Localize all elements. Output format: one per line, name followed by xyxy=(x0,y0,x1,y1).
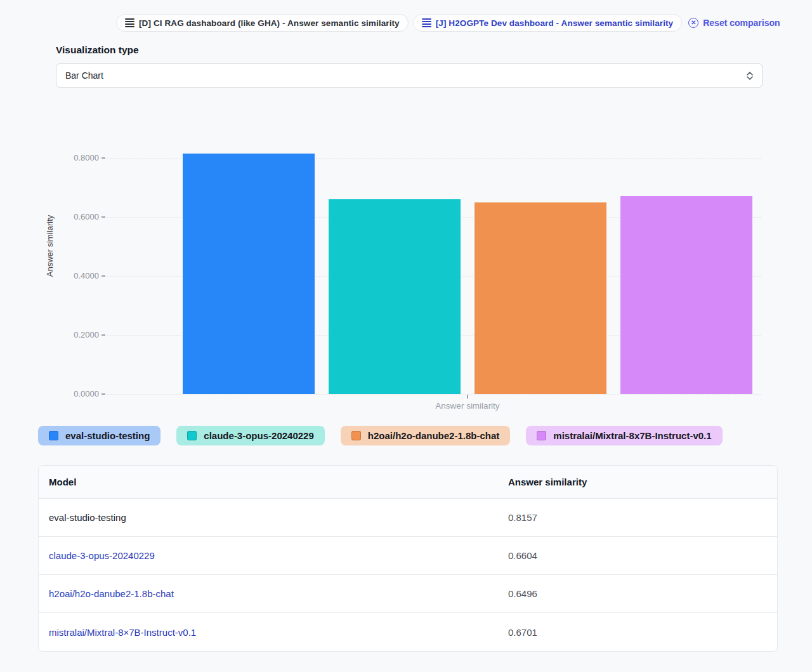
bar-eval-studio-testing[interactable] xyxy=(183,154,315,394)
results-table: Model Answer similarity eval-studio-test… xyxy=(38,465,778,652)
table-row: mistralai/Mixtral-8×7B-Instruct-v0.10.67… xyxy=(39,613,777,651)
comparison-chips-row: [D] CI RAG dashaboard (like GHA) - Answe… xyxy=(116,14,780,32)
dashboard-rows-icon xyxy=(125,18,134,27)
bar-mistralai/Mixtral-8x7B-Instruct-v0.1[interactable] xyxy=(620,196,752,394)
y-tick-mark xyxy=(102,216,105,218)
y-tick-mark xyxy=(102,157,105,159)
gridline xyxy=(103,394,761,395)
page: [D] CI RAG dashaboard (like GHA) - Answe… xyxy=(0,0,812,672)
reset-comparison-label: Reset comparison xyxy=(703,18,780,28)
x-axis-tick xyxy=(467,395,468,399)
dashboard-rows-icon xyxy=(422,18,431,27)
x-axis-title: Answer similarity xyxy=(341,401,594,411)
y-tick-mark xyxy=(102,393,105,395)
model-link[interactable]: claude-3-opus-20240229 xyxy=(39,550,498,561)
table-row: h2oai/h2o-danube2-1.8b-chat0.6496 xyxy=(39,575,777,613)
visualization-type-label: Visualization type xyxy=(56,44,139,56)
legend-swatch xyxy=(49,431,58,440)
visualization-type-value: Bar Chart xyxy=(65,70,103,81)
chart-legend: eval-studio-testingclaude-3-opus-2024022… xyxy=(38,426,723,445)
model-name: eval-studio-testing xyxy=(39,512,498,523)
column-header-model: Model xyxy=(39,477,498,487)
bar-h2oai/h2o-danube2-1.8b-chat[interactable] xyxy=(475,202,606,394)
column-header-answer-similarity: Answer similarity xyxy=(498,477,777,487)
answer-similarity-value: 0.8157 xyxy=(498,512,777,523)
y-tick-label: 0.0000 xyxy=(51,389,99,399)
model-link[interactable]: h2oai/h2o-danube2-1.8b-chat xyxy=(39,588,498,599)
y-tick-label: 0.2000 xyxy=(51,330,99,339)
answer-similarity-value: 0.6701 xyxy=(498,627,777,638)
answer-similarity-value: 0.6604 xyxy=(498,550,777,561)
answer-similarity-value: 0.6496 xyxy=(498,588,777,599)
dashboard-chip-ci-rag[interactable]: [D] CI RAG dashaboard (like GHA) - Answe… xyxy=(116,14,409,32)
table-row: claude-3-opus-202402290.6604 xyxy=(39,537,777,575)
legend-label: eval-studio-testing xyxy=(65,430,150,441)
y-tick-label: 0.4000 xyxy=(51,271,99,280)
legend-swatch xyxy=(537,431,546,440)
legend-swatch xyxy=(187,431,197,440)
legend-item-h2oai/h2o-danube2-1.8b-chat[interactable]: h2oai/h2o-danube2-1.8b-chat xyxy=(341,426,511,445)
dashboard-chip-h2ogpte-dev[interactable]: [J] H2OGPTe Dev dashboard - Answer seman… xyxy=(413,14,683,32)
dashboard-chip-label: [J] H2OGPTe Dev dashboard - Answer seman… xyxy=(436,18,674,28)
y-tick-label: 0.8000 xyxy=(51,153,99,162)
reset-comparison-button[interactable]: ✕ Reset comparison xyxy=(688,18,780,28)
bar-claude-3-opus-20240229[interactable] xyxy=(329,199,461,394)
legend-label: h2oai/h2o-danube2-1.8b-chat xyxy=(368,430,500,441)
dashboard-chip-label: [D] CI RAG dashaboard (like GHA) - Answe… xyxy=(139,18,400,28)
circle-x-icon: ✕ xyxy=(688,18,698,28)
table-header-row: Model Answer similarity xyxy=(39,466,777,499)
table-body: eval-studio-testing0.8157claude-3-opus-2… xyxy=(39,499,777,651)
visualization-type-select[interactable]: Bar Chart xyxy=(56,63,763,88)
legend-item-eval-studio-testing[interactable]: eval-studio-testing xyxy=(38,426,160,445)
select-updown-chevron-icon xyxy=(747,72,753,80)
y-tick-mark xyxy=(102,275,105,277)
legend-item-claude-3-opus-20240229[interactable]: claude-3-opus-20240229 xyxy=(176,426,324,445)
table-row: eval-studio-testing0.8157 xyxy=(39,499,777,537)
legend-label: claude-3-opus-20240229 xyxy=(204,430,313,441)
bar-chart: Answer similarity Answer similarity 0.00… xyxy=(0,127,812,419)
legend-item-mistralai/Mixtral-8x7B-Instruct-v0.1[interactable]: mistralai/Mixtral-8x7B-Instruct-v0.1 xyxy=(526,426,722,445)
y-tick-label: 0.6000 xyxy=(51,212,99,221)
y-tick-mark xyxy=(102,334,105,336)
legend-swatch xyxy=(351,431,361,440)
legend-label: mistralai/Mixtral-8x7B-Instruct-v0.1 xyxy=(553,430,711,441)
y-axis-title: Answer similarity xyxy=(45,183,55,310)
model-link[interactable]: mistralai/Mixtral-8×7B-Instruct-v0.1 xyxy=(39,627,498,638)
